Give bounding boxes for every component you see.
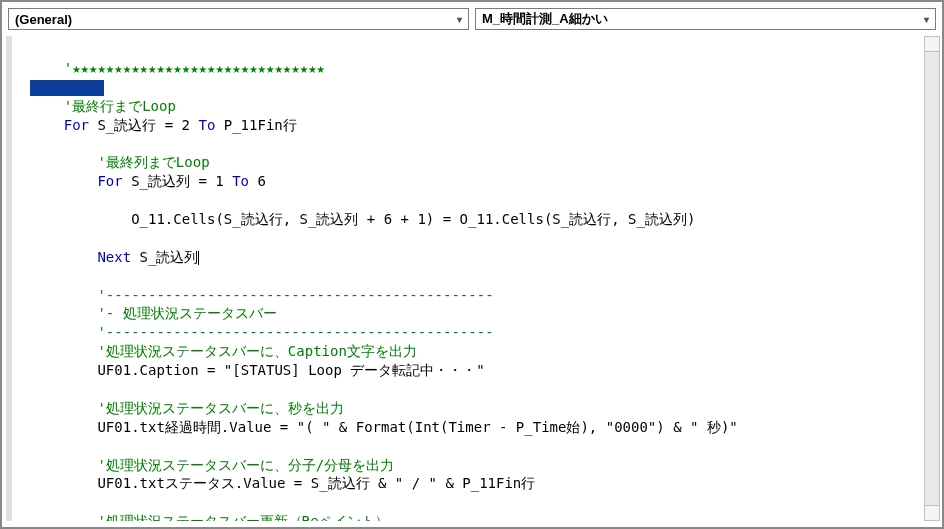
code-line: O_11.Cells(S_読込行, S_読込列 + 6 + 1) = O_11.… [30,211,695,227]
dropdown-bar: (General) ▾ M_時間計測_A細かい ▾ [6,6,938,36]
code-line: '★★★★★★★★★★★★★★★★★★★★★★★★★★★★★★ [30,60,325,76]
chevron-down-icon: ▾ [924,14,929,25]
code-line: UF01.txt経過時間.Value = "( " & Format(Int(T… [30,419,738,435]
object-dropdown[interactable]: (General) ▾ [8,8,469,30]
code-line: '---------------------------------------… [30,324,494,340]
code-line [30,79,104,95]
code-line: '処理状況ステータスバーに、秒を出力 [30,400,344,416]
vba-code-window: (General) ▾ M_時間計測_A細かい ▾ '★★★★★★★★★★★★★… [0,0,944,529]
code-line: '処理状況ステータスバー更新（Reペイント） [30,513,389,521]
vertical-scrollbar[interactable] [924,36,940,521]
code-line: '- 処理状況ステータスバー [30,305,277,321]
code-line: Next S_読込列 [30,249,199,265]
selection-highlight [30,80,104,96]
code-line: '最終列までLoop [30,154,210,170]
code-line: '最終行までLoop [30,98,176,114]
procedure-dropdown-value: M_時間計測_A細かい [482,10,608,28]
procedure-dropdown[interactable]: M_時間計測_A細かい ▾ [475,8,936,30]
object-dropdown-value: (General) [15,12,72,27]
code-line: UF01.Caption = "[STATUS] Loop データ転記中・・・" [30,362,485,378]
code-line: For S_読込列 = 1 To 6 [30,173,266,189]
code-line: '---------------------------------------… [30,287,494,303]
code-line: For S_読込行 = 2 To P_11Fin行 [30,117,297,133]
chevron-down-icon: ▾ [457,14,462,25]
text-caret [198,251,199,265]
code-line: UF01.txtステータス.Value = S_読込行 & " / " & P_… [30,475,535,491]
code-pane[interactable]: '★★★★★★★★★★★★★★★★★★★★★★★★★★★★★★ '最終行までLo… [6,36,938,521]
code-line: '処理状況ステータスバーに、Caption文字を出力 [30,343,417,359]
code-line: '処理状況ステータスバーに、分子/分母を出力 [30,457,394,473]
